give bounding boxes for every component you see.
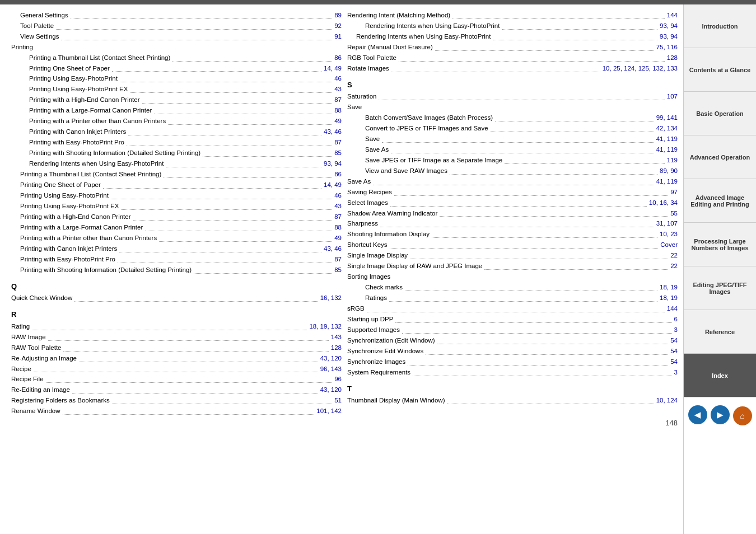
entry-page[interactable]: 43 — [334, 84, 342, 95]
entry-page[interactable]: 41, 119 — [656, 144, 678, 155]
entry-page[interactable]: 3 — [674, 325, 678, 335]
nav-home-button[interactable]: ⌂ — [733, 406, 752, 425]
entry-page[interactable]: 93, 94 — [660, 21, 678, 31]
entry-page[interactable]: 41, 119 — [656, 176, 678, 187]
entry-page[interactable]: 87 — [334, 95, 342, 105]
entry-page[interactable]: 85 — [334, 265, 342, 275]
entry-page[interactable]: 14, 49 — [324, 180, 342, 190]
entry-text: Saturation — [347, 91, 376, 102]
entry-page[interactable]: 96 — [334, 374, 342, 385]
entry-page[interactable]: 41, 119 — [656, 134, 678, 144]
dots — [391, 144, 654, 153]
sidebar-item-contents[interactable]: Contents at a Glance — [684, 48, 756, 92]
entry-page[interactable]: 43, 46 — [324, 243, 342, 254]
entry-page[interactable]: 6 — [674, 314, 678, 325]
entry-page[interactable]: 128 — [667, 53, 678, 63]
entry-synchronize-images: Synchronize Images 54 — [347, 357, 678, 367]
dots — [119, 243, 321, 252]
entry-page[interactable]: 54 — [670, 335, 678, 346]
entry-text: Quick Check Window — [11, 293, 72, 303]
entry-page[interactable]: 18, 19 — [660, 282, 678, 293]
entry-page[interactable]: 88 — [334, 222, 342, 233]
entry-text: Printing with a High-End Canon Printer — [29, 95, 140, 105]
entry-select-images: Select Images 10, 16, 34 — [347, 198, 678, 208]
sidebar-item-index[interactable]: Index — [684, 354, 756, 397]
entry-text: Printing with a Printer other than Canon… — [20, 233, 157, 243]
entry-page[interactable]: 46 — [334, 190, 342, 201]
entry-page[interactable]: 93, 94 — [660, 31, 678, 42]
entry-page[interactable]: 88 — [334, 105, 342, 116]
entry-page[interactable]: 143 — [331, 332, 342, 343]
entry-page[interactable]: 22 — [670, 261, 678, 271]
entry-page[interactable]: Cover — [660, 240, 678, 250]
entry-page[interactable]: 10, 23 — [660, 229, 678, 240]
entry-page[interactable]: 75, 116 — [656, 42, 678, 53]
sidebar-label-image-editing: Advanced Image Editing and Printing — [686, 194, 754, 208]
entry-page[interactable]: 97 — [670, 187, 678, 198]
entry-page[interactable]: 92 — [334, 21, 342, 31]
entry-page[interactable]: 55 — [670, 208, 678, 219]
entry-page[interactable]: 86 — [334, 169, 342, 180]
entry-page[interactable]: 10, 124 — [656, 395, 678, 406]
dots — [118, 254, 332, 263]
sidebar-item-introduction[interactable]: Introduction — [684, 4, 756, 48]
entry-save-jpeg-tiff: Save JPEG or TIFF Image as a Separate Im… — [347, 155, 678, 166]
entry-page[interactable]: 51 — [334, 395, 342, 406]
entry-page[interactable]: 54 — [670, 346, 678, 357]
entry-page[interactable]: 96, 143 — [320, 364, 342, 374]
entry-rendering-intents-sub: Rendering Intents when Using Easy-PhotoP… — [11, 158, 342, 169]
entry-page[interactable]: 46 — [334, 73, 342, 84]
entry-text: Rendering Intent (Matching Method) — [347, 10, 450, 21]
dots — [389, 293, 657, 302]
entry-page[interactable]: 10, 16, 34 — [649, 198, 678, 208]
dots — [128, 127, 321, 135]
entry-page[interactable]: 31, 107 — [656, 218, 678, 229]
entry-page[interactable]: 107 — [667, 91, 678, 102]
sidebar-item-image-editing[interactable]: Advanced Image Editing and Printing — [684, 179, 756, 223]
entry-page[interactable]: 86 — [334, 53, 342, 63]
entry-page[interactable]: 54 — [670, 357, 678, 367]
entry-page[interactable]: 119 — [667, 155, 678, 166]
entry-page[interactable]: 89 — [334, 10, 342, 21]
entry-page[interactable]: 43, 120 — [320, 385, 342, 395]
entry-page[interactable]: 87 — [334, 137, 342, 148]
nav-prev-button[interactable]: ◀ — [688, 405, 707, 424]
entry-page[interactable]: 91 — [334, 31, 342, 42]
entry-printing-onesheet2: Printing One Sheet of Paper 14, 49 — [11, 180, 342, 190]
nav-next-button[interactable]: ▶ — [711, 405, 730, 424]
entry-text: General Settings — [20, 10, 68, 21]
sidebar-item-reference[interactable]: Reference — [684, 310, 756, 354]
entry-page[interactable]: 42, 134 — [656, 123, 678, 134]
entry-page[interactable]: 14, 49 — [324, 63, 342, 74]
entry-page[interactable]: 89, 90 — [660, 166, 678, 176]
entry-page[interactable]: 49 — [334, 233, 342, 243]
entry-page[interactable]: 18, 19 — [660, 293, 678, 303]
entry-page[interactable]: 43, 120 — [320, 353, 342, 364]
dots — [450, 166, 657, 175]
entry-page[interactable]: 128 — [331, 343, 342, 353]
entry-page[interactable]: 144 — [667, 10, 678, 21]
entry-page[interactable]: 3 — [674, 367, 678, 378]
sidebar-item-advanced[interactable]: Advanced Operation — [684, 135, 756, 179]
sidebar-item-processing[interactable]: Processing Large Numbers of Images — [684, 223, 756, 266]
sidebar-item-basic[interactable]: Basic Operation — [684, 92, 756, 135]
entry-page[interactable]: 10, 25, 124, 125, 132, 133 — [603, 63, 678, 74]
entry-rendering-easy-sub1: Rendering Intents when Using Easy-PhotoP… — [347, 21, 678, 31]
entry-page[interactable]: 87 — [334, 254, 342, 265]
entry-page[interactable]: 85 — [334, 148, 342, 158]
entry-page[interactable]: 93, 94 — [324, 158, 342, 169]
entry-text: Rotate Images — [347, 63, 389, 74]
entry-page[interactable]: 18, 19, 132 — [309, 321, 342, 332]
entry-page[interactable]: 99, 141 — [656, 113, 678, 123]
entry-page[interactable]: 43 — [334, 201, 342, 212]
dots — [127, 137, 332, 146]
entry-page[interactable]: 49 — [334, 116, 342, 127]
entry-page[interactable]: 16, 132 — [320, 293, 342, 303]
entry-page[interactable]: 87 — [334, 212, 342, 222]
entry-page[interactable]: 144 — [667, 303, 678, 314]
entry-printing-inkjet2: Printing with Canon Inkjet Printers 43, … — [11, 243, 342, 254]
entry-page[interactable]: 22 — [670, 250, 678, 261]
entry-page[interactable]: 43, 46 — [324, 127, 342, 137]
sidebar-item-jpeg-tiff[interactable]: Editing JPEG/TIFF Images — [684, 266, 756, 310]
entry-page[interactable]: 101, 142 — [316, 406, 342, 416]
